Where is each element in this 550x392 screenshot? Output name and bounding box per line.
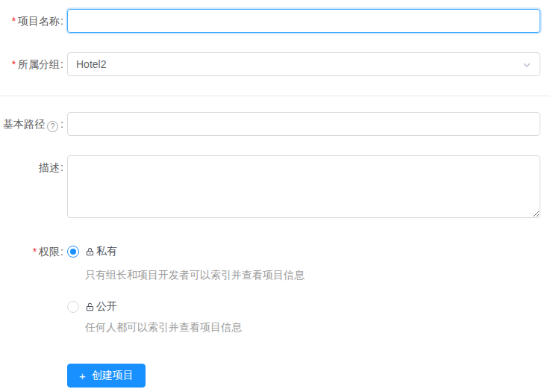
permission-label-text: 权限 xyxy=(39,246,60,258)
question-circle-icon[interactable]: ? xyxy=(47,121,58,132)
base-path-label: 基本路径?: xyxy=(0,112,67,136)
plus-icon: + xyxy=(79,370,86,382)
radio-option-private[interactable]: 私有 xyxy=(67,243,540,260)
lock-open-icon xyxy=(85,302,95,312)
private-description: 只有组长和项目开发者可以索引并查看项目信息 xyxy=(85,267,540,282)
base-path-label-text: 基本路径 xyxy=(3,118,45,130)
label-colon: : xyxy=(60,15,63,27)
required-asterisk: * xyxy=(33,246,37,258)
radio-private-label: 私有 xyxy=(85,245,117,258)
radio-private[interactable] xyxy=(67,246,79,258)
form-row-base-path: 基本路径?: xyxy=(0,112,550,136)
project-name-input[interactable] xyxy=(67,9,540,33)
create-project-button[interactable]: + 创建项目 xyxy=(67,364,146,388)
group-select[interactable]: Hotel2 xyxy=(67,52,540,76)
radio-public[interactable] xyxy=(67,301,79,313)
label-colon: : xyxy=(60,246,63,258)
create-project-button-label: 创建项目 xyxy=(92,369,134,382)
radio-public-text: 公开 xyxy=(96,300,117,314)
submit-row: + 创建项目 xyxy=(67,364,540,388)
project-name-label: *项目名称: xyxy=(0,9,67,33)
group-select-value: Hotel2 xyxy=(76,53,106,75)
label-colon: : xyxy=(60,58,63,70)
form-row-project-name: *项目名称: xyxy=(0,9,550,33)
create-project-form: *项目名称: *所属分组: Hotel2 基本路径?: 描述: xyxy=(0,0,550,388)
project-name-label-text: 项目名称 xyxy=(18,15,60,27)
radio-private-text: 私有 xyxy=(96,245,117,258)
description-textarea[interactable] xyxy=(67,155,540,218)
description-control xyxy=(67,155,540,218)
label-colon: : xyxy=(60,118,63,130)
base-path-input[interactable] xyxy=(67,112,540,136)
description-label-text: 描述 xyxy=(39,161,60,173)
chevron-down-icon xyxy=(522,60,531,69)
required-asterisk: * xyxy=(12,58,16,70)
form-row-permission: *权限: 私有 只有组长和项目开发者可以索引并查看项目信息 xyxy=(0,243,550,388)
form-row-group: *所属分组: Hotel2 xyxy=(0,52,550,76)
lock-closed-icon xyxy=(85,247,95,257)
public-description: 任何人都可以索引并查看项目信息 xyxy=(85,320,540,335)
description-label: 描述: xyxy=(0,155,67,175)
project-name-control xyxy=(67,9,540,33)
radio-public-label: 公开 xyxy=(85,300,117,314)
section-divider xyxy=(0,96,550,96)
required-asterisk: * xyxy=(12,15,16,27)
form-row-description: 描述: xyxy=(0,155,550,218)
permission-label: *权限: xyxy=(0,243,67,260)
label-colon: : xyxy=(60,161,63,173)
group-label-text: 所属分组 xyxy=(18,58,60,70)
group-control: Hotel2 xyxy=(67,52,540,76)
radio-option-public[interactable]: 公开 xyxy=(67,299,540,315)
group-label: *所属分组: xyxy=(0,52,67,76)
permission-control: 私有 只有组长和项目开发者可以索引并查看项目信息 公开 任何人都可以索引并查看项… xyxy=(67,243,540,388)
base-path-control xyxy=(67,112,540,136)
